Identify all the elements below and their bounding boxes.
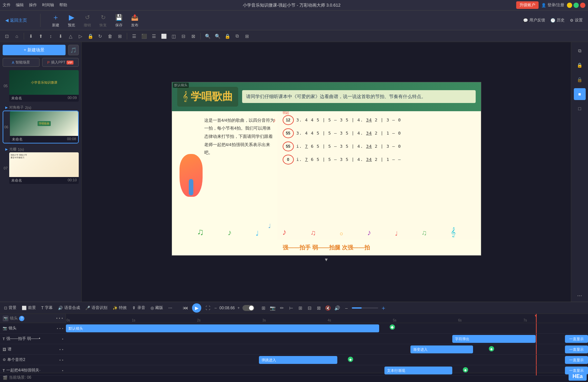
dist-v[interactable]: ◫: [169, 32, 178, 40]
menu-operate[interactable]: 操作: [29, 2, 37, 8]
preview-button[interactable]: ▶ 预览: [67, 13, 76, 28]
lens-marker[interactable]: ◆: [390, 324, 395, 330]
publish-button[interactable]: 📤 发布: [130, 13, 139, 28]
minus-zoom[interactable]: –: [214, 306, 217, 310]
rp-lock2-button[interactable]: 🔒: [574, 74, 586, 86]
menu-help[interactable]: 帮助: [59, 2, 67, 8]
more-tool[interactable]: ⊞: [243, 32, 251, 40]
scene-item-05[interactable]: 05 小学音乐知识微课 未命名 00:09: [3, 70, 79, 102]
play-button[interactable]: ▶: [192, 303, 201, 313]
bb-record[interactable]: 🎙 录音: [131, 305, 147, 311]
bb-more[interactable]: ⋯: [167, 306, 174, 310]
note-right-label[interactable]: 一直显示: [565, 356, 588, 364]
rp-lock-button[interactable]: 🔒: [574, 59, 586, 71]
rp-more-button[interactable]: ···: [577, 292, 582, 299]
score-block[interactable]: 渐变进入: [410, 345, 473, 353]
align-center-v[interactable]: ↕: [46, 32, 55, 40]
menu-timeline[interactable]: 时间轴: [42, 2, 54, 8]
split-button[interactable]: ⊢: [287, 304, 295, 312]
rp-copy-button[interactable]: ⧉: [574, 45, 586, 57]
save-button[interactable]: 💾 保存: [114, 13, 124, 28]
scene-item-07[interactable]: 07 强拍小节 弱拍小节重音与节奏练习 未命名 00:10: [3, 152, 79, 184]
login-button[interactable]: 👤 登录/注册: [541, 2, 564, 8]
zoom-out[interactable]: 🔍: [213, 32, 222, 40]
align-h[interactable]: ⬛: [140, 32, 148, 40]
score-marker[interactable]: ◆: [489, 346, 494, 351]
note-marker[interactable]: ◆: [348, 357, 353, 362]
zoom-tl-out[interactable]: –: [343, 304, 350, 312]
bb-asr[interactable]: 🎤 语音识别: [84, 305, 109, 311]
window-controls[interactable]: [567, 3, 585, 8]
history-button[interactable]: 🕐 历史: [550, 17, 565, 23]
toggle-inner[interactable]: [242, 305, 254, 311]
maximize-button[interactable]: [574, 3, 579, 8]
align-bottom[interactable]: ⬇: [56, 32, 65, 40]
bb-hide[interactable]: ◎ 藏版: [149, 305, 164, 311]
text1-block[interactable]: 字符弹出: [452, 335, 536, 343]
feedback-button[interactable]: 💬 用户反馈: [523, 17, 545, 23]
dist-h[interactable]: ⬜: [159, 32, 168, 40]
lock-tool[interactable]: 🔒: [86, 32, 95, 40]
new-scene-button[interactable]: + 新建场景: [3, 45, 66, 55]
snap-button[interactable]: ⊞: [260, 304, 267, 312]
mute-button[interactable]: 🔇: [324, 304, 332, 312]
menu-bar[interactable]: 文件 编辑 操作 时间轴 帮助: [3, 2, 67, 8]
select-tool[interactable]: ⊡: [3, 32, 11, 40]
align-right[interactable]: ☰: [150, 32, 158, 40]
copy-tool[interactable]: ⧉: [233, 32, 241, 40]
align-top[interactable]: ⬆: [37, 32, 45, 40]
lens-block[interactable]: 默认镜头: [66, 324, 379, 332]
minimize-button[interactable]: [567, 3, 572, 8]
menu-file[interactable]: 文件: [3, 2, 11, 8]
text2-marker[interactable]: ◆: [463, 367, 468, 372]
new-button[interactable]: ＋ 新建: [51, 13, 60, 28]
triangle-tool[interactable]: △: [66, 32, 75, 40]
zoom-slider[interactable]: [352, 307, 378, 309]
note-block[interactable]: 弹跳进入: [259, 356, 337, 364]
toggle-track[interactable]: [242, 305, 254, 311]
help-button[interactable]: ?: [19, 316, 24, 321]
smart-scene-button[interactable]: A 智能场景: [3, 58, 40, 67]
download-tool[interactable]: ⬇: [27, 32, 35, 40]
bb-tts[interactable]: 🔊 语音合成: [57, 305, 81, 311]
shape-tool[interactable]: ▷: [76, 32, 85, 40]
filter-button[interactable]: ⊞: [296, 304, 304, 312]
vol-button[interactable]: 🔊: [333, 304, 341, 312]
plus-zoom[interactable]: +: [238, 306, 240, 310]
upgrade-button[interactable]: 升级账户: [516, 1, 539, 9]
text1-right-label[interactable]: 一直显示: [565, 335, 588, 343]
settings-button[interactable]: ⚙ 设置: [570, 17, 583, 23]
add-track-button[interactable]: ＋: [379, 304, 387, 312]
align-left[interactable]: ☰: [130, 32, 138, 40]
fullscreen-button[interactable]: ⛶: [204, 304, 212, 312]
edit-button[interactable]: ✏: [278, 304, 286, 312]
delete-tool[interactable]: 🗑: [106, 32, 114, 40]
flip-h[interactable]: ⊟: [179, 32, 188, 40]
back-home-button[interactable]: ◀ 返回主页: [5, 17, 27, 23]
bb-background[interactable]: ⊡ 背景: [3, 305, 18, 311]
text2-block[interactable]: 文本行渐现: [384, 367, 452, 374]
grid-tool[interactable]: ⊞: [116, 32, 124, 40]
redo-button[interactable]: ↻ 恢复: [98, 13, 108, 28]
bb-foreground[interactable]: ⬜ 前景: [20, 305, 37, 311]
copy-tl-button[interactable]: ⊟: [306, 304, 314, 312]
collapse-button[interactable]: ▼: [172, 257, 481, 262]
bb-subtitle[interactable]: T 字幕: [40, 305, 54, 311]
undo-button[interactable]: ↺ 撤销: [83, 13, 92, 28]
zoom-in[interactable]: 🔍: [203, 32, 212, 40]
home-tool[interactable]: ⌂: [13, 32, 21, 40]
go-start-button[interactable]: ⏮: [182, 304, 189, 312]
rp-blue-button[interactable]: ■: [574, 88, 586, 100]
scene-item-06[interactable]: 06 学唱歌曲 未命名 00:08: [3, 111, 79, 143]
paste-button[interactable]: ⊠: [315, 304, 323, 312]
score-right-label[interactable]: 一直显示: [565, 345, 588, 353]
rp-square-button[interactable]: □: [574, 103, 586, 115]
flip-v[interactable]: ⊠: [189, 32, 198, 40]
menu-edit[interactable]: 编辑: [16, 2, 24, 8]
close-button[interactable]: [580, 3, 585, 8]
rotate-tool[interactable]: ↻: [96, 32, 104, 40]
bb-effects[interactable]: ✨ 特效: [111, 305, 128, 311]
zoom-lock[interactable]: 🔒: [223, 32, 232, 40]
camera-button[interactable]: 📷: [269, 304, 277, 312]
music-button[interactable]: 🎵: [68, 45, 79, 55]
